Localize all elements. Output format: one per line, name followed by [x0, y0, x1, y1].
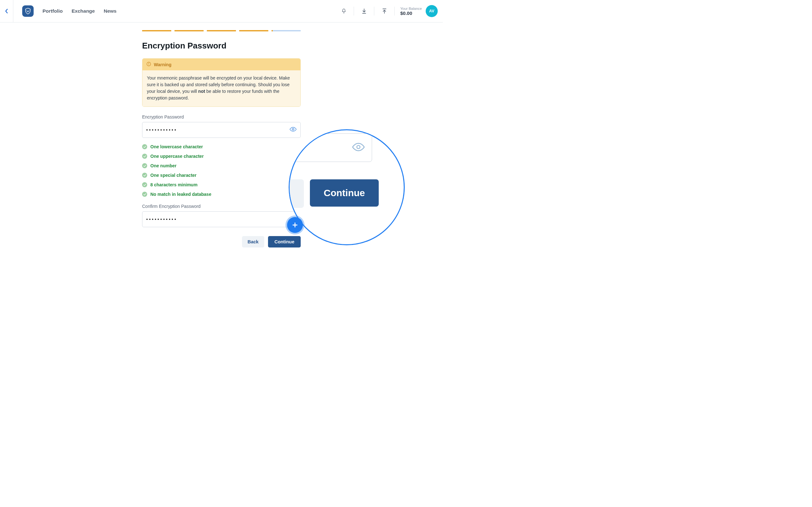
receive-icon[interactable]	[354, 5, 374, 17]
back-icon[interactable]	[4, 8, 9, 14]
confirm-password-label: Confirm Encryption Password	[142, 204, 301, 209]
step-5	[271, 30, 301, 32]
magnified-input-fragment	[289, 133, 372, 162]
progress-steps	[142, 30, 301, 32]
page-title: Encryption Password	[142, 41, 301, 51]
nav-news[interactable]: News	[104, 8, 117, 14]
step-4	[239, 30, 268, 32]
check-icon	[142, 154, 147, 159]
action-row: Back Continue	[142, 236, 301, 247]
app-logo[interactable]	[22, 5, 34, 17]
main-content: Encryption Password Warning Your mnemoni…	[142, 30, 301, 247]
password-rules: One lowercase character One uppercase ch…	[142, 144, 301, 197]
magnifier-lens: Continue	[289, 129, 405, 245]
send-icon[interactable]	[374, 5, 395, 17]
nav-portfolio[interactable]: Portfolio	[43, 8, 63, 14]
rule-text: One number	[150, 163, 176, 168]
warning-box: Warning Your mnemonic passphrase will be…	[142, 58, 301, 107]
step-1	[142, 30, 171, 32]
rule-text: No match in leaked database	[150, 192, 211, 197]
check-icon	[142, 144, 147, 149]
balance-label: Your Balance	[400, 7, 422, 10]
magnifier-add-icon[interactable]	[287, 217, 303, 233]
rule-minlength: 8 characters minimum	[142, 182, 301, 187]
warning-icon	[146, 61, 151, 67]
back-column	[0, 0, 13, 22]
rule-text: One uppercase character	[150, 154, 204, 159]
nav-exchange[interactable]: Exchange	[72, 8, 95, 14]
check-icon	[142, 182, 147, 187]
magnified-continue-button[interactable]: Continue	[310, 179, 379, 207]
back-button[interactable]: Back	[242, 236, 264, 247]
rule-special: One special character	[142, 173, 301, 178]
rule-text: One special character	[150, 173, 197, 178]
rule-lowercase: One lowercase character	[142, 144, 301, 149]
password-label: Encryption Password	[142, 114, 301, 119]
svg-point-1	[292, 128, 294, 130]
app-header: Portfolio Exchange News Your Balance $0.…	[0, 0, 443, 22]
password-row	[142, 122, 301, 138]
password-input[interactable]	[146, 127, 290, 132]
rule-leaked: No match in leaked database	[142, 192, 301, 197]
rule-text: One lowercase character	[150, 144, 203, 149]
rule-number: One number	[142, 163, 301, 168]
check-icon	[142, 192, 147, 197]
svg-point-2	[357, 146, 360, 149]
balance-display: Your Balance $0.00	[400, 7, 422, 16]
warning-label: Warning	[154, 62, 171, 67]
confirm-password-row	[142, 211, 301, 227]
step-2	[174, 30, 204, 32]
balance-value: $0.00	[400, 10, 422, 16]
notifications-icon[interactable]	[334, 5, 354, 17]
check-icon	[142, 173, 147, 178]
magnified-eye-icon	[352, 143, 365, 153]
rule-uppercase: One uppercase character	[142, 154, 301, 159]
magnified-back-fragment	[289, 179, 304, 208]
show-password-icon[interactable]	[290, 127, 297, 133]
warning-body: Your mnemonic passphrase will be encrypt…	[142, 70, 300, 107]
check-icon	[142, 163, 147, 168]
avatar[interactable]: AV	[426, 5, 438, 17]
rule-text: 8 characters minimum	[150, 182, 198, 187]
continue-button[interactable]: Continue	[268, 236, 301, 247]
confirm-password-input[interactable]	[146, 217, 297, 222]
step-3	[207, 30, 236, 32]
